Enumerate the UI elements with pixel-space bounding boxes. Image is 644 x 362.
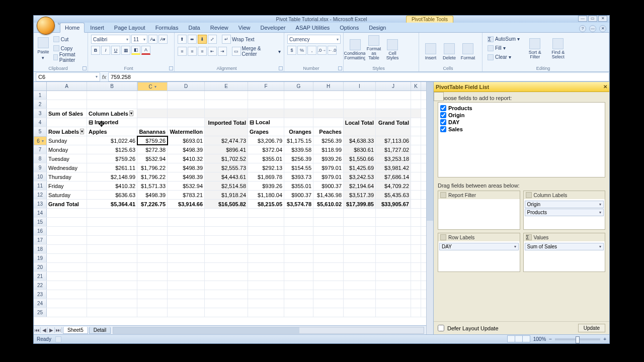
row-header-11[interactable]: 11 [34,182,47,190]
font-color-button[interactable]: A [141,46,150,55]
minimize-ribbon-icon[interactable]: — [589,25,596,32]
zoom-slider[interactable] [555,338,600,340]
row-header-19[interactable]: 19 [34,254,47,262]
tab-page-layout[interactable]: Page Layout [110,23,150,32]
border-button[interactable]: ▦ [121,46,130,55]
autosum-button[interactable]: ΣAutoSum▾ [486,35,522,43]
font-size-select[interactable]: 11 [131,35,147,44]
col-header-D[interactable]: D [168,82,205,90]
paste-button[interactable]: Paste▾ [37,35,50,62]
accounting-icon[interactable]: $ [287,46,296,55]
spreadsheet-grid[interactable]: ABCDEFGHIJK 123Sum of SalesColumn Labels… [34,82,426,334]
cut-button[interactable]: Cut [51,35,85,44]
pill-sum-of-sales[interactable]: Sum of Sales [525,243,604,250]
pill-products[interactable]: Products [525,209,604,216]
sheet-tab-detail[interactable]: Detail [89,327,111,334]
formula-input[interactable]: 759.258 [108,72,609,81]
minimize-button[interactable]: — [578,16,587,22]
decrease-indent-icon[interactable]: ⇤ [208,47,217,56]
context-tab-pivottable[interactable]: PivotTable Tools [406,16,453,23]
row-header-12[interactable]: 12 [34,191,47,199]
close-button[interactable]: ✕ [598,16,607,22]
format-painter-button[interactable]: Format Painter [51,53,85,62]
row-header-4[interactable]: 4 [34,118,47,127]
selected-cell[interactable]: $759.26 [137,136,168,145]
row-header-8[interactable]: 8 [34,154,47,163]
field-list[interactable]: ProductsOriginDAYSales [438,102,605,177]
field-list-layout-button[interactable] [434,92,444,101]
cell-styles-button[interactable]: Cell Styles [384,35,401,62]
find-select-button[interactable]: Find & Select [548,34,568,61]
col-header-F[interactable]: F [248,82,284,90]
pill-day[interactable]: DAY [439,243,519,250]
grid-rows[interactable]: 123Sum of SalesColumn Labels▾4⊟ Imported… [34,91,426,325]
row-header-21[interactable]: 21 [34,272,47,281]
col-header-C[interactable]: C [137,82,168,91]
office-button[interactable] [37,17,55,35]
maximize-button[interactable]: ▭ [588,16,597,22]
row-header-6[interactable]: 6 [34,136,47,145]
tab-review[interactable]: Review [206,23,233,32]
macro-record-icon[interactable] [55,336,61,342]
pane-header[interactable]: PivotTable Field List ✕ [434,82,609,92]
copy-button[interactable]: Copy [51,44,85,53]
row-header-5[interactable]: 5 [34,127,47,136]
col-header-B[interactable]: B [87,82,137,90]
tab-home[interactable]: Home [60,23,85,33]
close-doc-icon[interactable]: ✕ [599,25,606,32]
col-header-H[interactable]: H [313,82,344,90]
align-right-icon[interactable]: ≡ [198,47,207,56]
zoom-out-button[interactable]: − [549,336,552,342]
tab-formulas[interactable]: Formulas [151,23,183,32]
col-header-A[interactable]: A [47,82,87,90]
field-sales[interactable]: Sales [440,126,603,133]
area-row-labels[interactable]: Row Labels DAY [438,233,520,272]
tab-developer[interactable]: Developer [256,23,290,32]
number-dialog-launcher[interactable] [338,66,342,70]
row-header-25[interactable]: 25 [34,308,47,317]
italic-button[interactable]: I [101,46,110,55]
tab-options[interactable]: Options [335,23,363,32]
clipboard-dialog-launcher[interactable] [83,66,87,70]
font-name-select[interactable]: Calibri [91,35,130,44]
decrease-font-icon[interactable]: A▾ [158,35,168,44]
view-buttons[interactable] [508,335,530,343]
increase-font-icon[interactable]: A▴ [148,35,157,44]
wrap-text-icon[interactable]: ↵ [222,35,231,44]
insert-cells-button[interactable]: Insert [422,35,439,62]
field-origin[interactable]: Origin [440,112,603,119]
col-header-I[interactable]: I [344,82,376,90]
area-column-labels[interactable]: Column Labels OriginProducts [523,191,606,230]
align-top-icon[interactable]: ⬆ [178,35,187,44]
tab-insert[interactable]: Insert [86,23,109,32]
col-header-K[interactable]: K [411,82,421,90]
align-left-icon[interactable]: ≡ [178,47,187,56]
row-header-17[interactable]: 17 [34,236,47,244]
tab-design[interactable]: Design [364,23,390,32]
comma-icon[interactable]: , [307,46,316,55]
alignment-dialog-launcher[interactable] [279,66,283,70]
field-day[interactable]: DAY [440,119,603,126]
update-button[interactable]: Update [578,324,605,332]
format-cells-button[interactable]: Format [459,35,476,62]
tab-data[interactable]: Data [184,23,204,32]
underline-button[interactable]: U [111,46,120,55]
increase-indent-icon[interactable]: ⇥ [218,47,227,56]
row-header-24[interactable]: 24 [34,299,47,308]
tab-asap-utilities[interactable]: ASAP Utilities [291,23,335,32]
horizontal-scrollbar[interactable] [113,327,424,334]
increase-decimal-icon[interactable]: .0→ [317,46,327,55]
row-header-3[interactable]: 3 [34,109,47,118]
align-bottom-icon[interactable]: ⬇ [198,35,207,44]
align-middle-icon[interactable]: ⬌ [188,35,197,44]
fill-color-button[interactable]: ◧ [131,46,140,55]
percent-icon[interactable]: % [297,46,306,55]
font-dialog-launcher[interactable] [169,66,173,70]
row-header-14[interactable]: 14 [34,209,47,217]
col-header-J[interactable]: J [376,82,411,90]
conditional-formatting-button[interactable]: Conditional Formatting [347,35,364,62]
align-center-icon[interactable]: ≡ [188,47,197,56]
row-header-13[interactable]: 13 [34,200,47,208]
row-header-23[interactable]: 23 [34,290,47,299]
zoom-in-button[interactable]: + [603,336,606,342]
